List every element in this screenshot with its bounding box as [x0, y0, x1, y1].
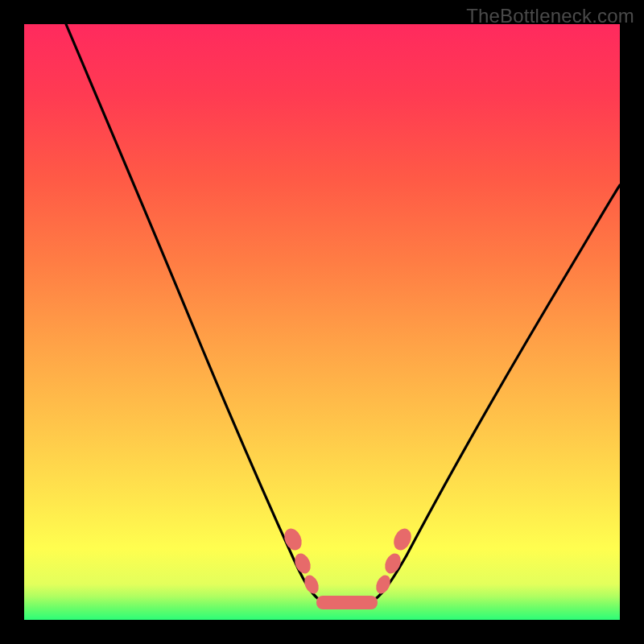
marker-left-1: [281, 526, 305, 553]
bottleneck-curve: [24, 24, 620, 620]
flat-region-marker: [316, 596, 378, 609]
marker-left-3: [302, 573, 321, 596]
curve-path: [66, 24, 620, 602]
chart-plot-area: [24, 24, 620, 620]
watermark-text: TheBottleneck.com: [466, 5, 634, 27]
chart-frame: TheBottleneck.com: [0, 0, 644, 644]
